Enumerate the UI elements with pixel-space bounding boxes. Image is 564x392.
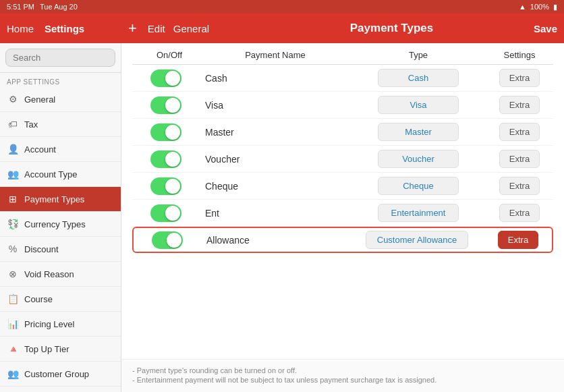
save-button[interactable]: Save: [534, 23, 557, 34]
name-cell-cheque: Cheque: [200, 181, 351, 192]
name-cell-cash: Cash: [200, 73, 351, 84]
sidebar-icon-account: 👤: [7, 143, 19, 155]
type-button-ent[interactable]: Entertainment: [378, 204, 459, 222]
type-cell-cash: Cash: [351, 69, 486, 87]
settings-button[interactable]: Settings: [45, 23, 84, 34]
extra-button-master[interactable]: Extra: [499, 123, 540, 141]
sidebar-item-discount[interactable]: %Discount: [0, 237, 121, 262]
search-container: [0, 43, 121, 73]
type-button-master[interactable]: Master: [378, 123, 459, 141]
name-cell-master: Master: [200, 127, 351, 138]
sidebar-label-void-reason: Void Reason: [24, 269, 74, 279]
general-breadcrumb[interactable]: General: [173, 23, 209, 34]
type-button-voucher[interactable]: Voucher: [378, 150, 459, 168]
sidebar-label-customer-group: Customer Group: [24, 369, 89, 379]
table-row-visa: Visa Visa Extra: [132, 92, 553, 119]
settings-cell-ent: Extra: [486, 204, 553, 222]
type-button-cash[interactable]: Cash: [378, 69, 459, 87]
toggle-ent[interactable]: [150, 204, 181, 222]
toggle-cash[interactable]: [150, 69, 181, 87]
name-cell-ent: Ent: [200, 208, 351, 219]
extra-button-allowance[interactable]: Extra: [498, 231, 538, 249]
nav-left: Home Settings: [7, 23, 128, 34]
settings-cell-voucher: Extra: [486, 150, 553, 168]
extra-button-ent[interactable]: Extra: [499, 204, 540, 222]
toggle-cell-master: [132, 123, 200, 141]
type-button-allowance[interactable]: Customer Allowance: [366, 231, 469, 249]
header-name: Payment Name: [200, 50, 351, 60]
type-cell-allowance: Customer Allowance: [349, 231, 484, 249]
sidebar-item-account[interactable]: 👤Account: [0, 137, 121, 162]
extra-button-visa[interactable]: Extra: [499, 96, 540, 114]
table-row-allowance: Allowance Customer Allowance Extra: [132, 227, 553, 253]
sidebar-label-account-type: Account Type: [24, 169, 78, 179]
sidebar-label-account: Account: [24, 144, 56, 155]
battery-label: 100%: [530, 3, 549, 11]
type-cell-cheque: Cheque: [351, 177, 486, 195]
sidebar-item-currency-types[interactable]: 💱Currency Types: [0, 212, 121, 237]
status-right: ▲ 100% ▮: [519, 3, 557, 11]
sidebar-icon-general: ⚙: [7, 93, 19, 105]
table-row-voucher: Voucher Voucher Extra: [132, 146, 553, 173]
sidebar-label-payment-types: Payment Types: [24, 194, 84, 204]
type-cell-voucher: Voucher: [351, 150, 486, 168]
toggle-master[interactable]: [150, 123, 181, 141]
sidebar-icon-discount: %: [7, 243, 19, 255]
type-button-cheque[interactable]: Cheque: [378, 177, 459, 195]
toggle-cell-ent: [132, 204, 200, 222]
search-input[interactable]: [5, 49, 115, 67]
sidebar-label-discount: Discount: [24, 244, 59, 254]
sidebar-item-pricing-level[interactable]: 📊Pricing Level: [0, 312, 121, 337]
settings-cell-master: Extra: [486, 123, 553, 141]
sidebar-item-account-type[interactable]: 👥Account Type: [0, 162, 121, 187]
sidebar-label-tax: Tax: [24, 119, 38, 130]
home-button[interactable]: Home: [7, 23, 34, 34]
sidebar-icon-payment-types: ⊞: [7, 193, 19, 205]
sidebar-item-tax[interactable]: 🏷Tax: [0, 112, 121, 137]
sidebar-icon-pricing-level: 📊: [7, 318, 19, 330]
toggle-visa[interactable]: [150, 96, 181, 114]
sidebar-label-currency-types: Currency Types: [24, 219, 86, 229]
type-button-visa[interactable]: Visa: [378, 96, 459, 114]
main-layout: APP SETTINGS ⚙General🏷Tax👤Account👥Accoun…: [0, 43, 564, 392]
toggle-voucher[interactable]: [150, 150, 181, 168]
toggle-cell-cash: [132, 69, 200, 87]
sidebar-item-customer-group[interactable]: 👥Customer Group: [0, 362, 121, 387]
page-title: Payment Types: [217, 22, 564, 35]
sidebar-item-unit-of-measurement[interactable]: 📐Unit of Measurement: [0, 387, 121, 392]
sidebar-item-payment-types[interactable]: ⊞Payment Types: [0, 187, 121, 212]
type-cell-ent: Entertainment: [351, 204, 486, 222]
sidebar-icon-course: 📋: [7, 293, 19, 305]
sidebar-item-general[interactable]: ⚙General: [0, 87, 121, 112]
settings-cell-cheque: Extra: [486, 177, 553, 195]
sidebar: APP SETTINGS ⚙General🏷Tax👤Account👥Accoun…: [0, 43, 121, 392]
header-settings: Settings: [486, 50, 553, 60]
section-label: APP SETTINGS: [0, 73, 121, 87]
sidebar-icon-customer-group: 👥: [7, 368, 19, 380]
footer-note: - Payment type's rounding can be turned …: [121, 359, 564, 392]
table-header: On/Off Payment Name Type Settings: [132, 43, 553, 65]
status-time: 5:51 PM: [7, 3, 34, 11]
settings-cell-allowance: Extra: [484, 231, 552, 249]
name-cell-visa: Visa: [200, 100, 351, 111]
sidebar-icon-tax: 🏷: [7, 118, 19, 130]
sidebar-icon-currency-types: 💱: [7, 218, 19, 230]
toggle-cell-visa: [132, 96, 200, 114]
sidebar-item-top-up-tier[interactable]: 🔺Top Up Tier: [0, 337, 121, 362]
table-row-cash: Cash Cash Extra: [132, 65, 553, 92]
table-row-master: Master Master Extra: [132, 119, 553, 146]
wifi-icon: ▲: [519, 3, 526, 11]
extra-button-cheque[interactable]: Extra: [499, 177, 540, 195]
add-button[interactable]: +: [128, 20, 137, 37]
sidebar-item-void-reason[interactable]: ⊗Void Reason: [0, 262, 121, 287]
table-row-cheque: Cheque Cheque Extra: [132, 173, 553, 200]
sidebar-icon-top-up-tier: 🔺: [7, 343, 19, 355]
header-type: Type: [351, 50, 486, 60]
edit-button[interactable]: Edit: [148, 23, 165, 34]
toggle-allowance[interactable]: [152, 231, 183, 249]
extra-button-cash[interactable]: Extra: [499, 69, 540, 87]
toggle-cheque[interactable]: [150, 177, 181, 195]
extra-button-voucher[interactable]: Extra: [499, 150, 540, 168]
sidebar-item-course[interactable]: 📋Course: [0, 287, 121, 312]
name-cell-allowance: Allowance: [201, 235, 349, 246]
